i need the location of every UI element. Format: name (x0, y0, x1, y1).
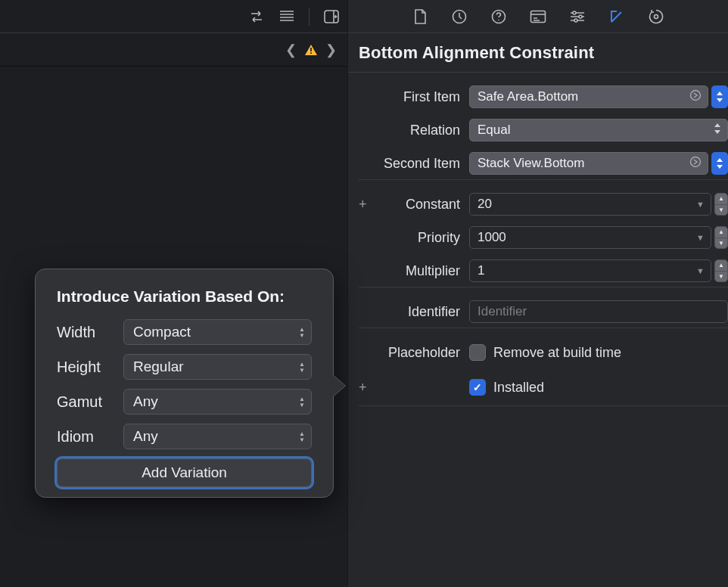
add-editor-icon[interactable] (323, 8, 340, 25)
file-tab-icon[interactable] (412, 8, 428, 25)
relation-value: Equal (478, 123, 510, 138)
size-tab-icon[interactable] (608, 8, 625, 25)
svg-point-11 (691, 90, 701, 100)
height-label: Height (57, 359, 123, 376)
first-item-value: Safe Area.Bottom (478, 89, 578, 104)
svg-point-5 (498, 19, 499, 20)
relation-dropdown[interactable]: Equal (469, 119, 728, 141)
swap-icon[interactable] (248, 8, 265, 25)
second-item-value: Stack View.Bottom (478, 156, 584, 171)
nav-back-icon[interactable]: ❮ (285, 42, 297, 58)
warning-icon[interactable] (304, 44, 318, 56)
width-label: Width (57, 324, 123, 341)
select-indicator-icon: ▲▼ (299, 327, 305, 338)
gamut-label: Gamut (57, 393, 123, 411)
multiplier-stepper[interactable]: ▲▼ (714, 259, 728, 282)
constant-stepper[interactable]: ▲▼ (714, 193, 728, 216)
add-variation-installed-button[interactable]: + (359, 380, 367, 396)
priority-stepper[interactable]: ▲▼ (714, 226, 728, 249)
multiplier-input[interactable]: 1 ▼ (469, 259, 711, 282)
add-variation-button[interactable]: Add Variation (57, 458, 312, 487)
select-indicator-icon: ▲▼ (299, 431, 305, 443)
multiplier-label: Multiplier (348, 263, 469, 279)
select-indicator-icon: ▲▼ (299, 396, 305, 408)
priority-input[interactable]: 1000 ▼ (469, 226, 711, 249)
remove-at-build-time-label: Remove at build time (493, 345, 621, 361)
height-select[interactable]: Regular ▲▼ (123, 354, 312, 380)
gamut-select[interactable]: Any ▲▼ (123, 389, 312, 415)
help-tab-icon[interactable] (490, 8, 507, 25)
priority-label: Priority (348, 230, 469, 246)
remove-at-build-time-checkbox[interactable] (469, 344, 486, 361)
identifier-placeholder: Identifier (478, 304, 527, 319)
constant-value: 20 (478, 197, 492, 212)
connections-tab-icon[interactable] (648, 8, 664, 25)
svg-point-8 (579, 15, 582, 18)
relation-label: Relation (348, 123, 469, 138)
add-variation-constant-button[interactable]: + (359, 197, 367, 213)
breadcrumb-bar: ❮ ❯ (0, 33, 347, 67)
installed-label: Installed (493, 380, 544, 396)
installed-checkbox[interactable]: ✓ (469, 379, 486, 396)
width-select[interactable]: Compact ▲▼ (123, 319, 312, 345)
chevron-down-icon[interactable]: ▼ (696, 200, 705, 209)
attributes-tab-icon[interactable] (569, 8, 586, 25)
multiplier-value: 1 (478, 263, 484, 278)
priority-value: 1000 (478, 230, 506, 245)
idiom-value: Any (133, 428, 158, 445)
idiom-label: Idiom (57, 428, 123, 446)
popover-title: Introduce Variation Based On: (57, 287, 312, 306)
chevron-down-icon[interactable]: ▼ (696, 266, 705, 275)
goto-icon[interactable] (689, 156, 702, 172)
constant-input[interactable]: 20 ▼ (469, 193, 711, 216)
first-item-menu-button[interactable] (711, 85, 728, 108)
select-indicator-icon: ▲▼ (299, 362, 305, 373)
svg-rect-1 (310, 48, 312, 51)
placeholder-label: Placeholder (348, 345, 469, 361)
inspector-tabs (348, 0, 728, 33)
relation-menu-indicator (714, 123, 721, 138)
chevron-down-icon[interactable]: ▼ (696, 233, 705, 242)
goto-icon[interactable] (689, 89, 702, 105)
gamut-value: Any (133, 393, 158, 410)
identity-tab-icon[interactable] (530, 8, 546, 25)
inspector-pane: Bottom Alignment Constraint First Item S… (347, 0, 728, 587)
identifier-label: Identifier (348, 304, 469, 320)
second-item-menu-button[interactable] (711, 152, 728, 175)
first-item-label: First Item (348, 89, 469, 105)
lines-icon[interactable] (278, 8, 295, 25)
svg-point-7 (573, 11, 576, 14)
editor-toolbar (0, 0, 347, 33)
variation-popover: Introduce Variation Based On: Width Comp… (35, 269, 334, 498)
svg-point-10 (655, 14, 658, 18)
height-value: Regular (133, 359, 184, 375)
svg-point-9 (574, 19, 577, 22)
svg-rect-2 (310, 52, 312, 54)
divider (309, 8, 310, 26)
second-item-dropdown[interactable]: Stack View.Bottom (469, 152, 708, 175)
idiom-select[interactable]: Any ▲▼ (123, 424, 312, 449)
identifier-input[interactable]: Identifier (469, 300, 728, 323)
width-value: Compact (133, 324, 191, 340)
first-item-dropdown[interactable]: Safe Area.Bottom (469, 85, 708, 108)
history-tab-icon[interactable] (451, 8, 468, 25)
svg-point-12 (691, 157, 701, 166)
second-item-label: Second Item (348, 156, 469, 172)
panel-title: Bottom Alignment Constraint (348, 33, 728, 73)
nav-forward-icon[interactable]: ❯ (325, 42, 337, 58)
